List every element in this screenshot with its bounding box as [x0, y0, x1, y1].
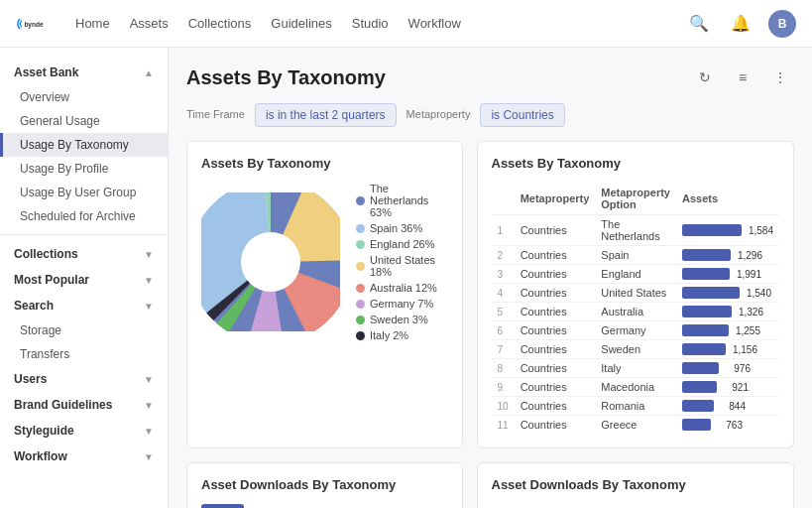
- row-num: 8: [492, 359, 515, 378]
- logo[interactable]: bynder: [16, 10, 44, 38]
- row-meta: Countries: [515, 303, 596, 321]
- sidebar-transfers[interactable]: Transfers: [0, 342, 168, 366]
- timeframe-filter[interactable]: is in the last 2 quarters: [255, 103, 397, 127]
- page-title: Assets By Taxonomy: [186, 66, 386, 89]
- row-meta: Countries: [515, 397, 596, 416]
- bell-icon[interactable]: 🔔: [727, 10, 754, 38]
- svg-point-9: [241, 232, 300, 292]
- row-option: Germany: [595, 321, 676, 340]
- table-row: 3 Countries England 1,991: [492, 265, 780, 284]
- sidebar-workflow[interactable]: Workflow ▼: [0, 444, 168, 469]
- table-row: 4 Countries United States 1,540: [492, 284, 780, 303]
- nav-workflow[interactable]: Workflow: [408, 16, 461, 31]
- chevron-down-icon: ▼: [144, 275, 154, 286]
- pie-legend: The Netherlands 63% Spain 36% England 26…: [356, 183, 448, 341]
- row-meta: Countries: [515, 340, 596, 359]
- legend-dot: [356, 300, 365, 309]
- app-body: Asset Bank ▲ Overview General Usage Usag…: [0, 48, 812, 508]
- legend-dot: [356, 224, 365, 233]
- pie-area: The Netherlands 63% Spain 36% England 26…: [201, 183, 448, 341]
- legend-dot: [356, 196, 365, 205]
- legend-usa: United States 18%: [356, 254, 448, 278]
- row-num: 11: [492, 416, 515, 435]
- timeframe-label: Time Frame: [186, 108, 245, 127]
- refresh-button[interactable]: ↻: [691, 64, 719, 91]
- user-avatar[interactable]: B: [768, 10, 796, 38]
- col-meta: Metaproperty: [510, 504, 591, 508]
- metaproperty-label: Metaproperty: [406, 108, 471, 127]
- nav-links: Home Assets Collections Guidelines Studi…: [75, 16, 661, 31]
- sidebar-item-general-usage[interactable]: General Usage: [0, 109, 168, 133]
- row-assets: 1,156: [676, 340, 779, 359]
- nav-guidelines[interactable]: Guidelines: [271, 16, 331, 31]
- legend-italy: Italy 2%: [356, 329, 448, 341]
- metaproperty-filter[interactable]: is Countries: [480, 103, 564, 127]
- col-assets: Assets: [676, 504, 779, 508]
- sidebar-storage[interactable]: Storage: [0, 318, 168, 342]
- taxonomy-pie-card: Assets By Taxonomy: [186, 141, 463, 448]
- table-row: 1 Countries The Netherlands 1,584: [492, 215, 780, 246]
- sidebar-most-popular[interactable]: Most Popular ▼: [0, 267, 168, 293]
- chevron-up-icon: ▲: [144, 67, 154, 78]
- row-num: 1: [492, 215, 515, 246]
- col-option: Metaproperty Option: [590, 504, 676, 508]
- legend-sweden: Sweden 3%: [356, 314, 448, 325]
- table-row: 9 Countries Macedonia 921: [492, 378, 780, 397]
- sidebar-item-usage-by-user-group[interactable]: Usage By User Group: [0, 181, 168, 204]
- sidebar-item-overview[interactable]: Overview: [0, 85, 168, 109]
- legend-dot: [356, 284, 365, 293]
- row-assets: 763: [676, 416, 779, 435]
- sidebar-bank-section[interactable]: Asset Bank ▲: [0, 60, 168, 85]
- row-assets: 921: [676, 378, 779, 397]
- bar-chart: [201, 504, 448, 508]
- sidebar-brand-guidelines[interactable]: Brand Guidelines ▼: [0, 392, 168, 418]
- chevron-down-icon: ▼: [144, 400, 154, 411]
- legend-dot: [356, 316, 365, 324]
- row-option: United States: [595, 284, 676, 303]
- row-assets: 844: [676, 397, 779, 416]
- sidebar-styleguide[interactable]: Styleguide ▼: [0, 418, 168, 444]
- nav-icons: 🔍 🔔 B: [685, 10, 796, 38]
- row-assets: 1,326: [676, 303, 779, 321]
- row-meta: Countries: [515, 215, 596, 246]
- row-num: 3: [492, 265, 515, 284]
- col-option: Metaproperty Option: [595, 183, 676, 215]
- row-option: Romania: [595, 397, 676, 416]
- col-num: [492, 504, 510, 508]
- sidebar-users[interactable]: Users ▼: [0, 366, 168, 392]
- table-row: 8 Countries Italy 976: [492, 359, 780, 378]
- row-meta: Countries: [515, 416, 596, 435]
- row-option: The Netherlands: [595, 215, 676, 246]
- legend-netherlands: The Netherlands 63%: [356, 183, 448, 218]
- table-row: 5 Countries Australia 1,326: [492, 303, 780, 321]
- sidebar-search[interactable]: Search ▼: [0, 293, 168, 318]
- filter-button[interactable]: ≡: [729, 64, 756, 91]
- filters-bar: Time Frame is in the last 2 quarters Met…: [186, 103, 794, 127]
- row-num: 4: [492, 284, 515, 303]
- header-actions: ↻ ≡ ⋮: [691, 64, 794, 91]
- sidebar-item-scheduled-for-archive[interactable]: Scheduled for Archive: [0, 204, 168, 228]
- pie-chart: [201, 192, 340, 331]
- nav-assets[interactable]: Assets: [130, 16, 169, 31]
- row-option: England: [595, 265, 676, 284]
- row-num: 6: [492, 321, 515, 340]
- table-row: 6 Countries Germany 1,255: [492, 321, 780, 340]
- row-option: Spain: [595, 246, 676, 265]
- row-option: Sweden: [595, 340, 676, 359]
- sidebar-item-usage-by-taxonomy[interactable]: Usage By Taxonomy: [0, 133, 168, 157]
- col-meta: Metaproperty: [515, 183, 596, 215]
- sidebar-item-usage-by-profile[interactable]: Usage By Profile: [0, 157, 168, 181]
- taxonomy-table-card: Assets By Taxonomy Metaproperty Metaprop…: [477, 141, 795, 448]
- nav-studio[interactable]: Studio: [352, 16, 389, 31]
- search-icon[interactable]: 🔍: [685, 10, 713, 38]
- row-assets: 1,296: [676, 246, 779, 265]
- row-assets: 1,255: [676, 321, 779, 340]
- sidebar-collections[interactable]: Collections ▼: [0, 241, 168, 267]
- nav-home[interactable]: Home: [75, 16, 110, 31]
- more-options-button[interactable]: ⋮: [766, 64, 794, 91]
- chevron-down-icon: ▼: [144, 374, 154, 385]
- row-option: Macedonia: [595, 378, 676, 397]
- legend-australia: Australia 12%: [356, 282, 448, 294]
- nav-collections[interactable]: Collections: [188, 16, 252, 31]
- sidebar-divider: [0, 234, 168, 235]
